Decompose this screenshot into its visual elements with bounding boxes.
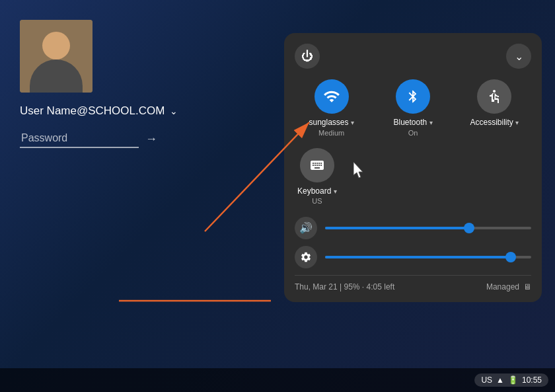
- submit-button[interactable]: →: [145, 132, 157, 146]
- avatar-figure: [20, 20, 92, 93]
- wifi-icon: [323, 88, 340, 105]
- keyboard-toggle-icon[interactable]: [300, 148, 334, 182]
- wifi-toggle-label: sunglasses ▾ Medium: [309, 118, 353, 137]
- user-info: User Name@SCHOOL.COM ⌄: [20, 104, 178, 118]
- managed-icon: 🖥: [523, 282, 531, 292]
- managed-label: Managed: [486, 282, 519, 292]
- user-name: User Name@SCHOOL.COM: [20, 104, 165, 118]
- volume-icon[interactable]: 🔊: [295, 217, 317, 239]
- volume-slider-row: 🔊: [295, 217, 531, 239]
- brightness-thumb[interactable]: [505, 252, 516, 262]
- svg-point-0: [493, 90, 496, 93]
- taskbar: US ▲ 🔋 10:55: [0, 368, 555, 392]
- password-area: →: [20, 130, 178, 148]
- collapse-button[interactable]: ⌄: [506, 44, 531, 69]
- date-time: Thu, Mar 21 | 95% · 4:05 left: [295, 282, 394, 292]
- taskbar-battery-icon: 🔋: [508, 375, 518, 385]
- accessibility-toggle-label: Accessibility ▾: [470, 118, 519, 137]
- login-area: User Name@SCHOOL.COM ⌄ →: [20, 20, 178, 148]
- brightness-fill: [325, 256, 511, 258]
- taskbar-status-area[interactable]: US ▲ 🔋 10:55: [474, 373, 548, 387]
- settings-gear-icon: [300, 251, 312, 263]
- bluetooth-icon: [406, 89, 420, 104]
- avatar: [20, 20, 92, 93]
- keyboard-toggle: Keyboard ▾ US: [297, 148, 337, 206]
- volume-slider[interactable]: [325, 227, 531, 229]
- taskbar-locale: US: [481, 375, 492, 385]
- battery-status: 95% · 4:05 left: [344, 282, 395, 292]
- brightness-slider-row: [295, 246, 531, 268]
- keyboard-toggle-label: Keyboard ▾ US: [297, 186, 337, 206]
- taskbar-time: 10:55: [522, 375, 542, 385]
- wifi-toggle-icon[interactable]: [314, 79, 349, 114]
- bluetooth-toggle-label: Bluetooth ▾ On: [393, 118, 432, 137]
- toggles-grid: sunglasses ▾ Medium Bluetooth ▾ On: [295, 79, 531, 137]
- accessibility-icon: [486, 89, 502, 104]
- bluetooth-toggle-icon[interactable]: [396, 79, 430, 114]
- power-button[interactable]: ⏻: [295, 44, 320, 69]
- password-input[interactable]: [20, 130, 139, 148]
- panel-status-bar: Thu, Mar 21 | 95% · 4:05 left Managed 🖥: [295, 275, 531, 292]
- panel-header: ⏻ ⌄: [295, 44, 531, 69]
- quick-settings-panel: ⏻ ⌄ sunglasses ▾ Medium Blue: [284, 33, 542, 302]
- date: Thu, Mar 21: [295, 282, 338, 292]
- wifi-toggle: sunglasses ▾ Medium: [295, 79, 368, 137]
- volume-thumb[interactable]: [464, 223, 474, 233]
- accessibility-toggle-icon[interactable]: [477, 79, 511, 114]
- accessibility-toggle: Accessibility ▾: [458, 79, 531, 137]
- brightness-icon[interactable]: [295, 246, 317, 268]
- brightness-slider[interactable]: [325, 256, 531, 258]
- bluetooth-toggle: Bluetooth ▾ On: [376, 79, 449, 137]
- managed-badge: Managed 🖥: [486, 282, 531, 292]
- keyboard-row: Keyboard ▾ US: [295, 148, 531, 206]
- user-dropdown-arrow[interactable]: ⌄: [170, 106, 178, 116]
- keyboard-icon: [309, 157, 325, 173]
- volume-fill: [325, 227, 469, 229]
- taskbar-wifi-icon: ▲: [496, 375, 504, 385]
